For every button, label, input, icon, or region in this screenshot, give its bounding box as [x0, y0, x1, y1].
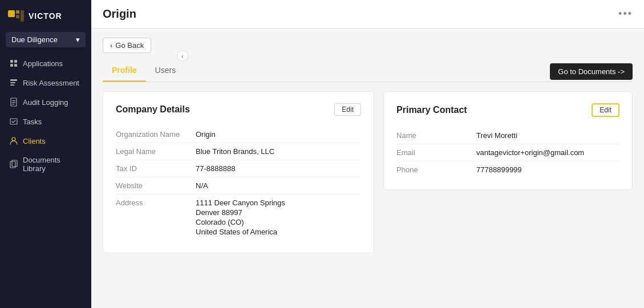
logo-icon [7, 8, 25, 24]
tabs: Profile Users Go to Documents -> [103, 61, 633, 82]
company-details-card: Company Details Edit Organization Name O… [103, 91, 374, 253]
dropdown-label: Due Diligence [11, 35, 58, 44]
contact-phone-label: Phone [396, 165, 465, 174]
tax-id-label: Tax ID [116, 164, 184, 173]
svg-rect-1 [16, 10, 19, 14]
main-content: Origin ••• ‹ Go Back Profile Users Go to… [91, 0, 644, 308]
sidebar-item-applications[interactable]: Applications [3, 54, 88, 72]
contact-email-row: Email vantagevictor+origin@gmail.com [396, 144, 619, 161]
contact-name-value: Trevi Moretti [476, 131, 517, 140]
sidebar-logo: VICTOR [0, 0, 91, 30]
cards-row: Company Details Edit Organization Name O… [103, 91, 633, 253]
sidebar-item-risk-label: Risk Assessment [23, 79, 79, 87]
address-label: Address [116, 198, 184, 237]
content-area: ‹ Go Back Profile Users Go to Documents … [91, 29, 644, 308]
contact-name-label: Name [396, 131, 465, 140]
collapse-button[interactable]: ‹ [177, 50, 188, 62]
svg-rect-12 [12, 100, 15, 101]
org-name-value: Origin [196, 130, 216, 139]
topbar: Origin ••• [91, 0, 644, 29]
svg-rect-8 [10, 79, 17, 81]
legal-name-label: Legal Name [116, 147, 184, 156]
svg-rect-5 [14, 60, 17, 63]
address-value-block: 1111 Deer Canyon Springs Denver 88997 Co… [196, 198, 285, 237]
svg-rect-7 [14, 64, 17, 67]
contact-email-label: Email [396, 148, 465, 157]
contact-card-header: Primary Contact Edit [396, 103, 619, 117]
contact-name-row: Name Trevi Moretti [396, 127, 619, 144]
svg-rect-6 [10, 64, 13, 67]
company-card-header: Company Details Edit [116, 103, 361, 116]
svg-rect-2 [16, 15, 19, 18]
company-edit-button[interactable]: Edit [334, 103, 361, 116]
address-line-4: United States of America [196, 228, 285, 236]
back-arrow-icon: ‹ [110, 41, 112, 50]
contact-edit-button[interactable]: Edit [592, 103, 619, 117]
website-label: Website [116, 181, 184, 190]
legal-name-value: Blue Triton Brands, LLC [196, 147, 274, 156]
sidebar-item-tasks-label: Tasks [23, 117, 42, 126]
sidebar-item-documents-library[interactable]: Documents Library [3, 151, 88, 177]
svg-point-16 [12, 137, 15, 141]
company-card-title: Company Details [116, 104, 190, 115]
go-to-documents-button[interactable]: Go to Documents -> [550, 63, 633, 80]
sidebar: VICTOR Due Diligence ▾ Applications Risk… [0, 0, 91, 308]
chevron-down-icon: ▾ [76, 35, 80, 44]
legal-name-row: Legal Name Blue Triton Brands, LLC [116, 143, 361, 160]
collapse-icon: ‹ [181, 53, 183, 59]
tax-id-value: 77-8888888 [196, 164, 235, 173]
svg-rect-10 [10, 84, 14, 86]
tab-users[interactable]: Users [146, 61, 185, 82]
go-back-label: Go Back [115, 41, 144, 50]
tax-id-row: Tax ID 77-8888888 [116, 160, 361, 177]
sidebar-item-applications-label: Applications [23, 59, 63, 68]
logo-text: VICTOR [29, 11, 62, 21]
sidebar-item-audit-label: Audit Logging [23, 98, 68, 107]
address-line-3: Colorado (CO) [196, 218, 285, 226]
contact-card-title: Primary Contact [396, 105, 467, 115]
tab-profile[interactable]: Profile [103, 61, 146, 82]
sidebar-item-audit-logging[interactable]: Audit Logging [3, 93, 88, 111]
website-value: N/A [196, 181, 208, 190]
page-title: Origin [103, 7, 136, 21]
tab-profile-label: Profile [112, 66, 137, 75]
sidebar-item-clients[interactable]: Clients [3, 132, 88, 150]
sidebar-item-docs-label: Documents Library [23, 156, 82, 173]
tab-users-label: Users [155, 66, 176, 75]
contact-email-value: vantagevictor+origin@gmail.com [476, 148, 584, 157]
svg-rect-14 [12, 104, 14, 104]
svg-rect-9 [10, 82, 15, 83]
svg-rect-13 [12, 102, 15, 103]
address-row: Address 1111 Deer Canyon Springs Denver … [116, 194, 361, 241]
svg-rect-0 [8, 10, 15, 17]
address-line-2: Denver 88997 [196, 208, 285, 217]
svg-rect-4 [10, 60, 13, 63]
address-line-1: 1111 Deer Canyon Springs [196, 198, 285, 207]
go-back-button[interactable]: ‹ Go Back [103, 38, 151, 53]
sidebar-item-clients-label: Clients [23, 137, 46, 145]
more-options-icon[interactable]: ••• [618, 8, 633, 20]
org-name-label: Organization Name [116, 130, 184, 139]
primary-contact-card: Primary Contact Edit Name Trevi Moretti … [383, 91, 633, 190]
sidebar-item-risk-assessment[interactable]: Risk Assessment [3, 74, 88, 92]
org-name-row: Organization Name Origin [116, 126, 361, 143]
website-row: Website N/A [116, 177, 361, 194]
due-diligence-dropdown[interactable]: Due Diligence ▾ [6, 32, 86, 47]
svg-rect-3 [21, 10, 24, 22]
contact-phone-row: Phone 77788899999 [396, 161, 619, 178]
contact-phone-value: 77788899999 [476, 165, 522, 174]
sidebar-item-tasks[interactable]: Tasks [3, 112, 88, 131]
sidebar-nav: Applications Risk Assessment Audit Loggi… [0, 54, 91, 177]
svg-rect-15 [10, 119, 17, 124]
